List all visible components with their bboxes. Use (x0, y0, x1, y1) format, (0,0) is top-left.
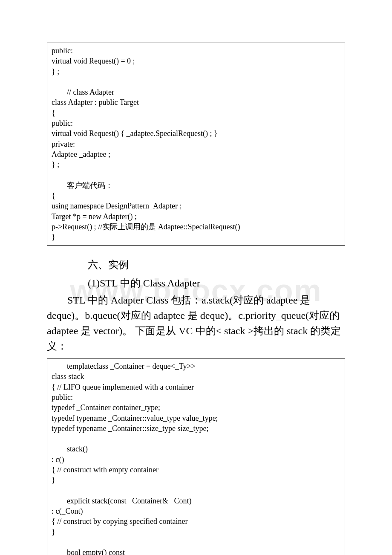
code-line: using namespace DesignPattern_Adapter ; (52, 202, 182, 210)
code-line: } ; (52, 160, 59, 169)
code-line: typedef typename _Container::value_type … (52, 414, 218, 422)
code-line: public: (52, 393, 73, 402)
code-line: public: (52, 119, 73, 127)
paragraph-stl-adapter: STL 中的 Adapter Class 包括：a.stack(对应的 adap… (47, 292, 345, 354)
code-line: } (52, 233, 55, 241)
code-line: class stack (52, 372, 84, 381)
subsection-heading-1: (1)STL 中的 Class Adapter (47, 274, 345, 292)
code-line: explicit stack(const _Container& _Cont) (52, 497, 191, 505)
code-line: Adaptee _adaptee ; (52, 150, 110, 159)
code-line: { (52, 109, 55, 117)
code-line: Target *p = new Adapter() ; (52, 212, 137, 221)
code-line: typedef _Container container_type; (52, 403, 160, 412)
code-line: stack() (52, 445, 88, 453)
code-line: typedef typename _Container::size_type s… (52, 424, 208, 433)
code-line: : c() (52, 455, 64, 464)
code-line: } (52, 528, 55, 536)
section-heading-6: 六、实例 (47, 256, 345, 274)
code-line: { // construct with empty container (52, 465, 159, 474)
code-line: private: (52, 140, 75, 148)
code-line: } ; (52, 67, 59, 76)
code-line: } (52, 476, 55, 484)
code-block-2: templateclass _Container = deque<_Ty>> c… (47, 358, 345, 555)
page-content: public: virtual void Request() = 0 ; } ;… (0, 0, 392, 555)
code-line: : c(_Cont) (52, 507, 83, 515)
code-line: { // LIFO queue implemented with a conta… (52, 383, 194, 391)
code-line: bool empty() const (52, 548, 125, 555)
code-line: { (52, 191, 55, 200)
code-line: 客户端代码： (52, 181, 113, 190)
code-line: { // construct by copying specified cont… (52, 517, 188, 526)
code-line: virtual void Request() { _adaptee.Specia… (52, 129, 218, 138)
code-line: class Adapter : public Target (52, 98, 139, 107)
code-line: p->Request() ; //实际上调用的是 Adaptee::Specia… (52, 223, 240, 231)
code-line: templateclass _Container = deque<_Ty>> (52, 362, 196, 370)
code-line: // class Adapter (52, 88, 114, 96)
code-line: virtual void Request() = 0 ; (52, 57, 135, 65)
code-line: public: (52, 46, 73, 55)
code-block-1: public: virtual void Request() = 0 ; } ;… (47, 43, 345, 246)
